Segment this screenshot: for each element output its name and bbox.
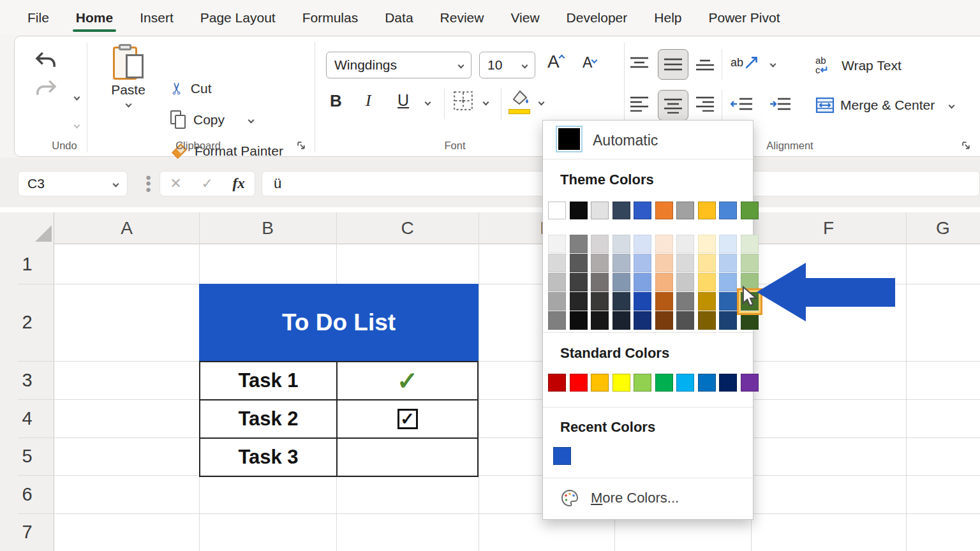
color-swatch[interactable] — [634, 374, 651, 392]
ribbon-tab[interactable]: Data — [371, 0, 426, 35]
shrink-font-button[interactable]: A — [583, 54, 597, 71]
color-variant-swatch[interactable] — [591, 235, 609, 254]
column-header[interactable]: F — [751, 212, 906, 244]
color-swatch[interactable] — [634, 202, 651, 219]
color-variant-swatch[interactable] — [570, 235, 588, 254]
color-variant-swatch[interactable] — [741, 311, 759, 330]
font-name-chevron[interactable] — [458, 62, 464, 68]
bold-button[interactable]: B — [330, 91, 342, 111]
font-size-chevron[interactable] — [522, 62, 528, 68]
color-swatch[interactable] — [655, 374, 673, 392]
color-variant-swatch[interactable] — [676, 235, 694, 254]
fill-color-dropdown-chevron[interactable] — [538, 99, 545, 106]
borders-button[interactable] — [452, 90, 474, 114]
orientation-button[interactable]: ab — [731, 54, 760, 71]
color-variant-swatch[interactable] — [741, 235, 759, 254]
undo-button[interactable] — [33, 48, 59, 77]
decrease-indent-button[interactable] — [731, 96, 754, 115]
ribbon-tab[interactable]: Review — [427, 0, 498, 35]
color-swatch[interactable] — [570, 374, 588, 392]
row-header[interactable]: 1 — [0, 244, 54, 284]
row-header[interactable]: 5 — [0, 437, 54, 475]
row-header[interactable]: 6 — [0, 475, 54, 513]
color-swatch[interactable] — [655, 202, 673, 219]
color-variant-swatch[interactable] — [655, 254, 673, 273]
color-variant-swatch[interactable] — [591, 273, 609, 292]
automatic-option[interactable]: Automatic — [593, 132, 658, 149]
underline-button[interactable]: U — [397, 91, 409, 110]
ribbon-tab[interactable]: File — [14, 0, 63, 35]
fill-color-button[interactable] — [509, 89, 531, 114]
align-bottom-button[interactable] — [695, 55, 715, 75]
color-variant-swatch[interactable] — [655, 292, 673, 311]
color-swatch[interactable] — [741, 202, 759, 219]
color-swatch[interactable] — [676, 374, 694, 392]
italic-button[interactable]: I — [366, 91, 371, 110]
merge-center-button[interactable]: Merge & Center — [815, 97, 954, 114]
color-swatch[interactable] — [553, 447, 571, 465]
color-variant-swatch[interactable] — [719, 254, 737, 273]
task-name-cell[interactable]: Task 2 — [199, 400, 336, 439]
color-variant-swatch[interactable] — [655, 273, 673, 292]
align-middle-button[interactable] — [658, 49, 688, 80]
color-variant-swatch[interactable] — [570, 273, 588, 292]
cell-todo-title[interactable]: To Do List — [199, 284, 479, 361]
align-left-button[interactable] — [629, 95, 650, 114]
color-variant-swatch[interactable] — [741, 292, 759, 311]
color-variant-swatch[interactable] — [698, 254, 716, 273]
paste-dropdown-chevron[interactable] — [125, 101, 131, 108]
color-variant-swatch[interactable] — [634, 254, 651, 273]
column-header[interactable]: B — [199, 212, 336, 244]
color-variant-swatch[interactable] — [612, 235, 630, 254]
color-variant-swatch[interactable] — [698, 311, 716, 330]
color-variant-swatch[interactable] — [591, 311, 609, 330]
color-swatch[interactable] — [591, 374, 609, 392]
color-variant-swatch[interactable] — [676, 254, 694, 273]
color-variant-swatch[interactable] — [634, 273, 651, 292]
cancel-button[interactable]: ✕ — [170, 175, 181, 192]
ribbon-tab[interactable]: Insert — [126, 0, 187, 35]
color-swatch[interactable] — [570, 202, 588, 219]
color-swatch[interactable] — [548, 374, 566, 392]
column-header[interactable]: G — [906, 212, 980, 244]
color-variant-swatch[interactable] — [698, 273, 716, 292]
undo-dropdown-chevron[interactable] — [74, 94, 80, 101]
row-header[interactable]: 4 — [0, 399, 54, 437]
task-mark-cell[interactable]: ✓ — [336, 400, 479, 439]
color-swatch[interactable] — [698, 202, 716, 219]
color-variant-swatch[interactable] — [655, 235, 673, 254]
color-variant-swatch[interactable] — [548, 273, 566, 292]
redo-button[interactable] — [33, 76, 59, 105]
select-all-corner[interactable] — [0, 212, 54, 244]
column-header[interactable]: A — [54, 212, 199, 244]
color-variant-swatch[interactable] — [612, 254, 630, 273]
color-variant-swatch[interactable] — [570, 311, 588, 330]
grow-font-button[interactable]: A — [547, 52, 564, 72]
ribbon-tab[interactable]: View — [497, 0, 553, 35]
ribbon-tab[interactable]: Home — [63, 0, 126, 35]
alignment-dialog-launcher[interactable] — [961, 141, 971, 151]
color-variant-swatch[interactable] — [676, 273, 694, 292]
color-swatch[interactable] — [741, 374, 759, 392]
color-variant-swatch[interactable] — [719, 235, 737, 254]
color-variant-swatch[interactable] — [698, 235, 716, 254]
color-variant-swatch[interactable] — [719, 292, 737, 311]
increase-indent-button[interactable] — [769, 96, 792, 115]
name-box[interactable]: C3 — [18, 171, 128, 196]
color-swatch[interactable] — [719, 202, 737, 219]
color-variant-swatch[interactable] — [698, 292, 716, 311]
wrap-text-button[interactable]: ab c↵ Wrap Text — [815, 55, 902, 75]
ribbon-tab[interactable]: Power Pivot — [695, 0, 794, 35]
color-variant-swatch[interactable] — [612, 292, 630, 311]
font-size-combo[interactable]: 10 — [479, 52, 535, 78]
row-header[interactable]: 2 — [0, 284, 54, 361]
color-swatch[interactable] — [548, 202, 566, 219]
color-swatch[interactable] — [612, 202, 630, 219]
ribbon-tab[interactable]: Help — [641, 0, 695, 35]
underline-dropdown-chevron[interactable] — [425, 99, 431, 106]
formula-bar-resizer[interactable]: ●●● — [145, 174, 151, 192]
color-swatch[interactable] — [719, 374, 737, 392]
cut-button[interactable]: ✂ Cut — [170, 78, 211, 98]
column-header[interactable]: C — [336, 212, 479, 244]
color-variant-swatch[interactable] — [741, 273, 759, 292]
